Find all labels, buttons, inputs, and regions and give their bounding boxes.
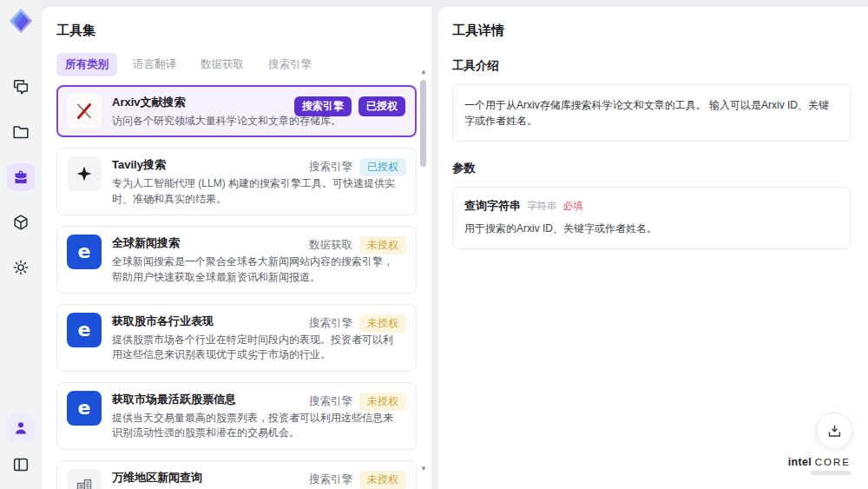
tool-card-global-news[interactable]: e 全球新闻搜索 全球新闻搜索是一个聚合全球各大新闻网站内容的搜索引擎，帮助用户… bbox=[56, 226, 417, 294]
news-logo-glyph: e bbox=[78, 399, 91, 418]
category-label: 搜索引擎 bbox=[309, 316, 352, 331]
core-text: core bbox=[815, 457, 851, 467]
category-label: 搜索引擎 bbox=[309, 394, 352, 409]
news-logo-icon: e bbox=[67, 391, 102, 426]
panel-toggle-icon[interactable] bbox=[7, 451, 35, 479]
scrollbar-thumb[interactable] bbox=[420, 80, 426, 167]
left-rail bbox=[0, 0, 42, 489]
auth-status-badge: 未授权 bbox=[359, 393, 406, 411]
page-title: 工具集 bbox=[56, 23, 418, 39]
folder-icon[interactable] bbox=[7, 118, 35, 146]
auth-status-badge: 未授权 bbox=[359, 471, 406, 489]
arxiv-logo-icon bbox=[67, 94, 102, 129]
tool-card-tavily[interactable]: Tavily搜索 专为人工智能代理 (LLM) 构建的搜索引擎工具。可快速提供实… bbox=[56, 148, 417, 215]
intel-core-logo: intel core bbox=[788, 456, 851, 475]
news-logo-glyph: e bbox=[78, 242, 91, 261]
tab-all-categories[interactable]: 所有类别 bbox=[56, 53, 117, 76]
tool-card-active-stocks[interactable]: e 获取市场最活跃股票信息 提供当天交易量最高的股票列表，投资者可以利用这些信息… bbox=[56, 382, 417, 450]
tab-language-translation[interactable]: 语言翻译 bbox=[124, 53, 185, 76]
tool-detail-panel: 工具详情 工具介绍 一个用于从Arxiv存储库搜索科学论文和文章的工具。 输入可… bbox=[438, 7, 868, 489]
category-tabs: 所有类别 语言翻译 数据获取 搜索引擎 bbox=[56, 53, 418, 76]
tool-badges: 搜索引擎 未授权 bbox=[309, 471, 406, 489]
params-heading: 参数 bbox=[452, 161, 851, 176]
tab-search-engine[interactable]: 搜索引擎 bbox=[260, 53, 320, 76]
detail-title: 工具详情 bbox=[452, 23, 851, 39]
tool-card-arxiv[interactable]: Arxiv文献搜索 访问各个研究领域大量科学论文和文章的存储库。 搜索引擎 已授… bbox=[56, 85, 417, 137]
toolset-panel: 工具集 所有类别 语言翻译 数据获取 搜索引擎 Arxiv文献搜索 访问各个研究… bbox=[42, 7, 431, 489]
intro-box: 一个用于从Arxiv存储库搜索科学论文和文章的工具。 输入可以是Arxiv ID… bbox=[452, 84, 851, 142]
tool-badges: 数据获取 未授权 bbox=[309, 236, 406, 254]
scroll-down-arrow-icon[interactable]: ▼ bbox=[418, 465, 429, 473]
tool-badges: 搜索引擎 未授权 bbox=[309, 314, 406, 333]
auth-status-badge: 未授权 bbox=[359, 314, 406, 333]
building-logo-icon bbox=[67, 469, 102, 489]
category-label: 数据获取 bbox=[309, 238, 352, 253]
tool-list: Arxiv文献搜索 访问各个研究领域大量科学论文和文章的存储库。 搜索引擎 已授… bbox=[56, 85, 417, 489]
param-required-flag: 必填 bbox=[563, 200, 583, 213]
intel-core-wordmark: intel core bbox=[788, 456, 851, 468]
tab-data-fetch[interactable]: 数据获取 bbox=[192, 53, 253, 76]
param-type: 字符串 bbox=[527, 200, 557, 213]
sparkle-logo-icon bbox=[67, 156, 102, 191]
category-label: 搜索引擎 bbox=[309, 472, 352, 487]
intro-heading: 工具介绍 bbox=[452, 58, 851, 74]
intel-sub-brand bbox=[811, 471, 851, 475]
scroll-up-arrow-icon[interactable]: ▲ bbox=[418, 68, 429, 76]
news-logo-icon: e bbox=[67, 235, 102, 269]
tool-desc: 专为人工智能代理 (LLM) 构建的搜索引擎工具。可快速提供实时、准确和真实的结… bbox=[112, 176, 398, 207]
auth-status-badge: 已授权 bbox=[359, 158, 406, 176]
param-desc: 用于搜索的Arxiv ID、关键字或作者姓名。 bbox=[464, 221, 838, 236]
tool-card-stock-sectors[interactable]: e 获取股市各行业表现 提供股票市场各个行业在特定时间段内的表现。投资者可以利用… bbox=[56, 304, 417, 372]
user-icon[interactable] bbox=[7, 414, 35, 442]
param-item: 查询字符串 字符串 必填 用于搜索的Arxiv ID、关键字或作者姓名。 bbox=[452, 187, 851, 249]
tool-desc: 提供股票市场各个行业在特定时间段内的表现。投资者可以利用这些信息来识别表现优于或… bbox=[112, 333, 398, 363]
category-label: 搜索引擎 bbox=[309, 160, 352, 175]
tool-badges: 搜索引擎 已授权 bbox=[294, 96, 405, 116]
news-logo-icon: e bbox=[67, 313, 102, 347]
intel-text: intel bbox=[788, 456, 812, 468]
app-logo-icon bbox=[7, 7, 35, 35]
cube-icon[interactable] bbox=[7, 208, 35, 236]
rail-nav bbox=[7, 73, 35, 281]
tool-desc: 提供当天交易量最高的股票列表，投资者可以利用这些信息来识别流动性强的股票和潜在的… bbox=[112, 411, 398, 441]
toolbox-icon[interactable] bbox=[7, 163, 35, 191]
news-logo-glyph: e bbox=[78, 320, 91, 340]
auth-status-badge: 未授权 bbox=[359, 236, 406, 254]
param-head: 查询字符串 字符串 必填 bbox=[464, 198, 838, 214]
list-scrollbar[interactable]: ▲ ▼ bbox=[418, 68, 429, 480]
download-button[interactable] bbox=[816, 413, 852, 449]
chat-icon[interactable] bbox=[7, 73, 35, 101]
tool-desc: 全球新闻搜索是一个聚合全球各大新闻网站内容的搜索引擎，帮助用户快速获取全球最新资… bbox=[112, 254, 398, 285]
param-name: 查询字符串 bbox=[464, 198, 521, 214]
tool-badges: 搜索引擎 未授权 bbox=[309, 393, 406, 411]
tool-badges: 搜索引擎 已授权 bbox=[309, 158, 406, 176]
tool-card-regional-news[interactable]: 万维地区新闻查询 查询具体行政区划内的新闻，快速了解各地新闻动 搜索引擎 未授权 bbox=[56, 460, 417, 489]
settings-gear-icon[interactable] bbox=[7, 254, 35, 281]
rail-bottom bbox=[7, 414, 35, 489]
auth-status-badge: 已授权 bbox=[358, 96, 405, 116]
category-badge: 搜索引擎 bbox=[294, 96, 352, 116]
